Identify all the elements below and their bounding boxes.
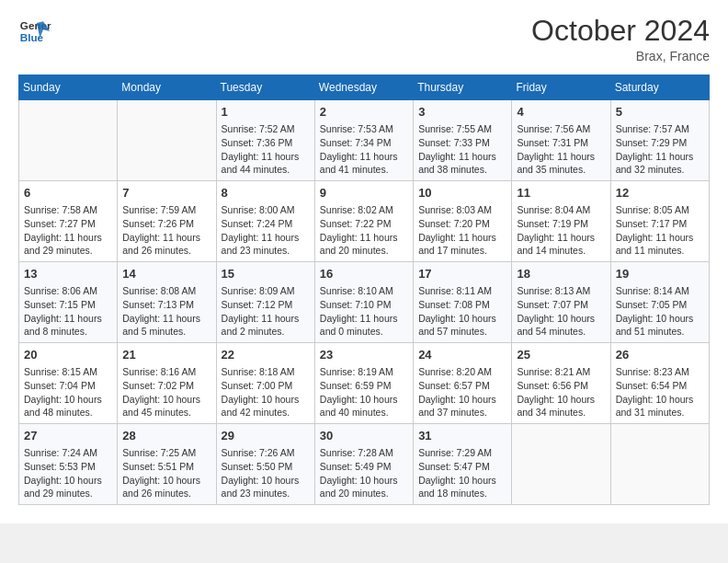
day-info-line: Sunrise: 8:00 AM [222, 203, 310, 217]
calendar-cell: 4Sunrise: 7:56 AMSunset: 7:31 PMDaylight… [512, 100, 610, 181]
day-number: 12 [616, 185, 704, 201]
day-info-line: Sunrise: 8:04 AM [517, 203, 605, 217]
weekday-header-row: SundayMondayTuesdayWednesdayThursdayFrid… [19, 75, 710, 100]
day-info-line: Sunrise: 7:28 AM [320, 446, 408, 460]
day-number: 2 [320, 104, 408, 121]
location: Brax, France [531, 49, 710, 63]
weekday-thursday: Thursday [414, 75, 512, 100]
day-info-line: Daylight: 10 hours and 57 minutes. [418, 312, 506, 339]
day-info-line: Daylight: 10 hours and 48 minutes. [24, 393, 112, 419]
day-info-line: Sunset: 7:24 PM [222, 217, 310, 231]
day-number: 18 [517, 266, 605, 282]
day-info-line: Daylight: 10 hours and 20 minutes. [320, 474, 408, 500]
day-number: 29 [222, 428, 310, 444]
weekday-sunday: Sunday [19, 75, 118, 100]
day-info-line: Daylight: 10 hours and 29 minutes. [24, 474, 112, 500]
day-number: 1 [222, 104, 310, 121]
day-info-line: Daylight: 11 hours and 8 minutes. [24, 312, 112, 339]
day-info-line: Sunrise: 7:25 AM [122, 446, 210, 460]
day-info-line: Sunset: 7:29 PM [616, 136, 704, 150]
calendar-cell [118, 100, 216, 181]
calendar-cell: 10Sunrise: 8:03 AMSunset: 7:20 PMDayligh… [414, 181, 512, 262]
calendar-cell: 9Sunrise: 8:02 AMSunset: 7:22 PMDaylight… [314, 181, 413, 262]
day-info-line: Sunset: 7:04 PM [24, 379, 112, 393]
day-info-line: Sunrise: 8:02 AM [320, 203, 408, 217]
day-info-line: Sunset: 7:05 PM [616, 298, 704, 312]
calendar-week-1: 1Sunrise: 7:52 AMSunset: 7:36 PMDaylight… [19, 100, 710, 181]
day-info-line: Sunrise: 8:03 AM [418, 203, 506, 217]
day-info-line: Sunrise: 8:08 AM [122, 284, 210, 298]
day-number: 17 [418, 266, 506, 282]
day-info-line: Daylight: 10 hours and 42 minutes. [222, 393, 310, 419]
day-info-line: Sunrise: 8:21 AM [517, 365, 605, 379]
weekday-tuesday: Tuesday [216, 75, 314, 100]
calendar-cell: 26Sunrise: 8:23 AMSunset: 6:54 PMDayligh… [610, 343, 709, 424]
day-info-line: Sunset: 7:20 PM [418, 217, 506, 231]
weekday-saturday: Saturday [610, 75, 709, 100]
calendar-table: SundayMondayTuesdayWednesdayThursdayFrid… [18, 75, 710, 505]
calendar-week-2: 6Sunrise: 7:58 AMSunset: 7:27 PMDaylight… [19, 181, 710, 262]
calendar-cell: 11Sunrise: 8:04 AMSunset: 7:19 PMDayligh… [512, 181, 610, 262]
day-number: 27 [24, 428, 112, 444]
calendar-cell: 28Sunrise: 7:25 AMSunset: 5:51 PMDayligh… [118, 423, 216, 504]
day-number: 22 [222, 347, 310, 363]
calendar-cell: 15Sunrise: 8:09 AMSunset: 7:12 PMDayligh… [216, 262, 314, 343]
calendar-cell: 13Sunrise: 8:06 AMSunset: 7:15 PMDayligh… [19, 262, 118, 343]
calendar-cell: 6Sunrise: 7:58 AMSunset: 7:27 PMDaylight… [19, 181, 118, 262]
calendar-header: SundayMondayTuesdayWednesdayThursdayFrid… [19, 75, 710, 100]
weekday-wednesday: Wednesday [314, 75, 413, 100]
day-info-line: Sunrise: 8:19 AM [320, 365, 408, 379]
logo: General Blue [18, 15, 51, 48]
day-info-line: Daylight: 11 hours and 32 minutes. [616, 150, 704, 177]
day-info-line: Sunrise: 8:05 AM [616, 203, 704, 217]
day-info-line: Sunset: 7:13 PM [122, 298, 210, 312]
calendar-cell: 17Sunrise: 8:11 AMSunset: 7:08 PMDayligh… [414, 262, 512, 343]
calendar-cell: 22Sunrise: 8:18 AMSunset: 7:00 PMDayligh… [216, 343, 314, 424]
day-info-line: Sunset: 7:17 PM [616, 217, 704, 231]
day-number: 30 [320, 428, 408, 444]
day-info-line: Daylight: 11 hours and 23 minutes. [222, 231, 310, 258]
day-info-line: Sunset: 6:56 PM [517, 379, 605, 393]
day-info-line: Sunrise: 7:53 AM [320, 122, 408, 136]
day-number: 20 [24, 347, 112, 363]
calendar-cell [19, 100, 118, 181]
calendar-cell: 29Sunrise: 7:26 AMSunset: 5:50 PMDayligh… [216, 423, 314, 504]
calendar-body: 1Sunrise: 7:52 AMSunset: 7:36 PMDaylight… [19, 100, 710, 505]
day-info-line: Sunset: 7:02 PM [122, 379, 210, 393]
calendar-cell: 16Sunrise: 8:10 AMSunset: 7:10 PMDayligh… [314, 262, 413, 343]
day-info-line: Daylight: 11 hours and 44 minutes. [222, 150, 310, 177]
calendar-cell: 2Sunrise: 7:53 AMSunset: 7:34 PMDaylight… [314, 100, 413, 181]
day-info-line: Daylight: 11 hours and 0 minutes. [320, 312, 408, 339]
day-number: 13 [24, 266, 112, 282]
title-block: October 2024 Brax, France [531, 15, 710, 63]
day-info-line: Daylight: 10 hours and 37 minutes. [418, 393, 506, 419]
month-title: October 2024 [531, 15, 710, 47]
day-info-line: Sunset: 7:12 PM [222, 298, 310, 312]
calendar-week-3: 13Sunrise: 8:06 AMSunset: 7:15 PMDayligh… [19, 262, 710, 343]
day-info-line: Sunset: 5:50 PM [222, 460, 310, 474]
day-info-line: Sunset: 7:26 PM [122, 217, 210, 231]
calendar-cell: 19Sunrise: 8:14 AMSunset: 7:05 PMDayligh… [610, 262, 709, 343]
day-info-line: Daylight: 10 hours and 45 minutes. [122, 393, 210, 419]
calendar-cell: 21Sunrise: 8:16 AMSunset: 7:02 PMDayligh… [118, 343, 216, 424]
calendar-cell: 12Sunrise: 8:05 AMSunset: 7:17 PMDayligh… [610, 181, 709, 262]
day-info-line: Sunset: 7:34 PM [320, 136, 408, 150]
day-info-line: Sunset: 7:08 PM [418, 298, 506, 312]
day-info-line: Daylight: 10 hours and 23 minutes. [222, 474, 310, 500]
day-info-line: Sunset: 5:51 PM [122, 460, 210, 474]
day-number: 9 [320, 185, 408, 201]
day-info-line: Daylight: 11 hours and 17 minutes. [418, 231, 506, 258]
day-info-line: Sunrise: 8:09 AM [222, 284, 310, 298]
day-number: 28 [122, 428, 210, 444]
day-info-line: Sunrise: 7:29 AM [418, 446, 506, 460]
day-info-line: Sunrise: 8:11 AM [418, 284, 506, 298]
day-info-line: Daylight: 10 hours and 34 minutes. [517, 393, 605, 419]
day-info-line: Sunrise: 7:58 AM [24, 203, 112, 217]
day-info-line: Sunrise: 7:59 AM [122, 203, 210, 217]
weekday-friday: Friday [512, 75, 610, 100]
day-info-line: Sunrise: 7:56 AM [517, 122, 605, 136]
day-number: 24 [418, 347, 506, 363]
day-info-line: Daylight: 10 hours and 51 minutes. [616, 312, 704, 339]
day-info-line: Sunset: 5:53 PM [24, 460, 112, 474]
calendar-cell: 7Sunrise: 7:59 AMSunset: 7:26 PMDaylight… [118, 181, 216, 262]
